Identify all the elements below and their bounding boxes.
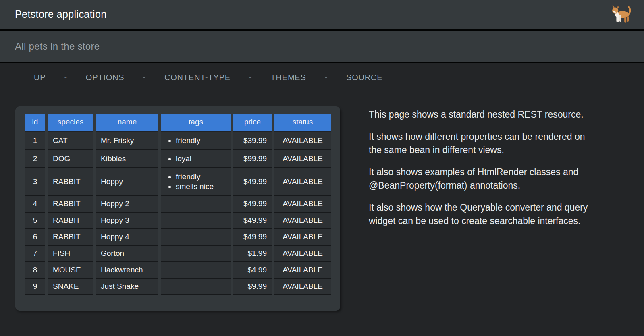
app-title: Petstore application [15, 8, 107, 20]
pet-name: Gorton [96, 246, 158, 262]
pet-species: RABBIT [48, 196, 93, 213]
pet-id: 2 [25, 150, 45, 168]
pet-name: Hoppy 2 [96, 196, 158, 213]
status-badge: AVAILABLE [274, 262, 331, 279]
table-row: 1 CAT Mr. Frisky friendly $39.99 AVAILAB… [25, 132, 331, 150]
nav-link-source[interactable]: SOURCE [346, 73, 382, 82]
nav-separator: - [249, 73, 252, 82]
pet-tags: loyal [161, 150, 231, 168]
pet-species: RABBIT [48, 229, 93, 246]
pet-species: RABBIT [48, 213, 93, 229]
pet-tags: friendly smells nice [161, 168, 231, 196]
pet-name: Just Snake [96, 279, 158, 295]
pet-price: $49.99 [233, 213, 272, 229]
table-row: 6 RABBIT Hoppy 4 $49.99 AVAILABLE [25, 229, 331, 246]
pet-tags [161, 279, 231, 295]
table-row: 2 DOG Kibbles loyal $99.99 AVAILABLE [25, 150, 331, 168]
pet-name: Hackwrench [96, 262, 158, 279]
status-badge: AVAILABLE [274, 150, 331, 168]
pets-table: id species name tags price status 1 CAT … [22, 114, 334, 295]
pet-tags [161, 196, 231, 213]
pet-tag: smells nice [176, 182, 226, 191]
nav-separator: - [64, 73, 67, 82]
page-description: This page shows a standard nested REST r… [369, 106, 592, 236]
pet-id: 6 [25, 229, 45, 246]
pet-price: $1.99 [233, 246, 272, 262]
status-badge: AVAILABLE [274, 246, 331, 262]
col-header-species: species [48, 114, 93, 132]
pet-tags [161, 229, 231, 246]
pet-id: 3 [25, 168, 45, 196]
description-paragraph: It also shows examples of HtmlRender cla… [369, 166, 592, 192]
description-paragraph: It also shows how the Queryable converte… [369, 201, 592, 228]
pet-id: 4 [25, 196, 45, 213]
pet-tags [161, 262, 231, 279]
pet-tag: loyal [176, 154, 226, 163]
pet-price: $49.99 [233, 196, 272, 213]
col-header-id: id [25, 114, 45, 132]
table-row: 4 RABBIT Hoppy 2 $49.99 AVAILABLE [25, 196, 331, 213]
nav-bar: UP - OPTIONS - CONTENT-TYPE - THEMES - S… [0, 63, 644, 82]
page-subtitle: All pets in the store [15, 41, 100, 52]
pet-id: 1 [25, 132, 45, 150]
pet-id: 8 [25, 262, 45, 279]
pet-price: $49.99 [233, 229, 272, 246]
nav-separator: - [325, 73, 328, 82]
pet-tag: friendly [176, 136, 226, 145]
pet-species: DOG [48, 150, 93, 168]
pet-price: $99.99 [233, 150, 272, 168]
table-row: 8 MOUSE Hackwrench $4.99 AVAILABLE [25, 262, 331, 279]
nav-link-options[interactable]: OPTIONS [86, 73, 125, 82]
nav-link-up[interactable]: UP [34, 73, 46, 82]
pet-tags: friendly [161, 132, 231, 150]
status-badge: AVAILABLE [274, 132, 331, 150]
table-row: 5 RABBIT Hoppy 3 $49.99 AVAILABLE [25, 213, 331, 229]
table-row: 7 FISH Gorton $1.99 AVAILABLE [25, 246, 331, 262]
status-badge: AVAILABLE [274, 279, 331, 295]
app-header: Petstore application [0, 0, 644, 29]
nav-link-content-type[interactable]: CONTENT-TYPE [164, 73, 231, 82]
pet-id: 7 [25, 246, 45, 262]
pet-name: Mr. Frisky [96, 132, 158, 150]
pet-species: SNAKE [48, 279, 93, 295]
status-badge: AVAILABLE [274, 196, 331, 213]
pet-price: $9.99 [233, 279, 272, 295]
pets-panel: id species name tags price status 1 CAT … [15, 106, 340, 311]
main-content: id species name tags price status 1 CAT … [15, 106, 644, 311]
status-badge: AVAILABLE [274, 213, 331, 229]
pet-tag: friendly [176, 172, 226, 181]
pet-tags [161, 246, 231, 262]
pet-name: Hoppy 3 [96, 213, 158, 229]
pet-tags [161, 213, 231, 229]
table-row: 3 RABBIT Hoppy friendly smells nice $49.… [25, 168, 331, 196]
description-paragraph: This page shows a standard nested REST r… [369, 108, 592, 121]
pet-species: MOUSE [48, 262, 93, 279]
pet-species: FISH [48, 246, 93, 262]
nav-separator: - [143, 73, 145, 82]
pet-name: Hoppy 4 [96, 229, 158, 246]
pet-species: RABBIT [48, 168, 93, 196]
pet-species: CAT [48, 132, 93, 150]
pet-id: 5 [25, 213, 45, 229]
nav-link-themes[interactable]: THEMES [270, 73, 306, 82]
table-row: 9 SNAKE Just Snake $9.99 AVAILABLE [25, 279, 331, 295]
col-header-price: price [233, 114, 272, 132]
col-header-tags: tags [161, 114, 231, 132]
pet-id: 9 [25, 279, 45, 295]
table-header-row: id species name tags price status [25, 114, 331, 132]
description-paragraph: It shows how different properties can be… [369, 130, 592, 157]
pet-price: $39.99 [233, 132, 272, 150]
sub-header: All pets in the store [0, 31, 644, 62]
col-header-status: status [274, 114, 331, 132]
status-badge: AVAILABLE [274, 168, 331, 196]
pet-name: Hoppy [96, 168, 158, 196]
cat-icon [610, 4, 633, 25]
col-header-name: name [96, 114, 158, 132]
status-badge: AVAILABLE [274, 229, 331, 246]
pet-price: $4.99 [233, 262, 272, 279]
pet-price: $49.99 [233, 168, 272, 196]
pet-name: Kibbles [96, 150, 158, 168]
